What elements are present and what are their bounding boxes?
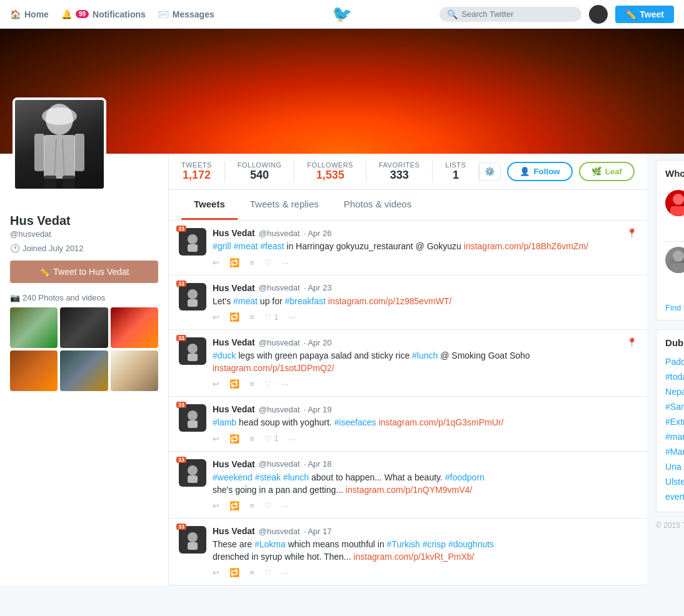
find-friends-link[interactable]: Find friends — [665, 303, 684, 312]
retweet-button[interactable]: 🔁 — [229, 568, 239, 577]
trend-item[interactable]: Paddy Power — [665, 354, 684, 369]
more-options-button[interactable]: ··· — [288, 312, 295, 322]
trend-item[interactable]: #SamsungNightRun — [665, 399, 684, 414]
trend-item[interactable]: #marian — [665, 429, 684, 444]
tweet-date: · Apr 23 — [304, 283, 332, 292]
tweet-hashtag[interactable]: #doughnuts — [448, 539, 494, 549]
tweet-hashtag[interactable]: #crisp — [423, 539, 446, 549]
leaf-button[interactable]: 🌿 Leaf — [579, 162, 635, 181]
tweet-link[interactable]: instagram.com/p/1qG3smPmUr/ — [378, 417, 503, 427]
retweet-button[interactable]: 🔁 — [229, 312, 239, 322]
tweet-avatar[interactable]: 33 — [179, 283, 206, 310]
like-button[interactable]: ♡ — [264, 258, 272, 267]
like-button[interactable]: ♡ 1 — [264, 434, 279, 444]
like-button[interactable]: ♡ — [264, 379, 272, 389]
photo-thumb[interactable] — [10, 307, 58, 348]
more-button[interactable]: ≡ — [249, 501, 254, 510]
tweet-avatar[interactable]: 33 — [179, 459, 206, 487]
tweet-link[interactable]: instagram.com/p/1z985evmWT/ — [328, 296, 452, 306]
photo-thumb[interactable] — [60, 307, 108, 348]
reply-button[interactable]: ↩ — [213, 568, 219, 577]
nav-home[interactable]: 🏠 Home — [10, 9, 49, 19]
settings-button[interactable]: ⚙️ — [479, 162, 501, 181]
nav-messages[interactable]: ✉️ Messages — [158, 9, 214, 19]
trend-item[interactable]: Una Mullally — [665, 459, 684, 474]
reply-button[interactable]: ↩ — [213, 258, 219, 267]
trend-item[interactable]: Nepal — [665, 384, 684, 399]
tweet-hashtag[interactable]: #meat — [233, 241, 258, 251]
tweet-hashtag[interactable]: #feast — [260, 241, 284, 251]
tweet-hashtag[interactable]: #lunch — [412, 350, 438, 360]
tweet-hashtag[interactable]: #Turkish — [387, 539, 420, 549]
tweet-avatar[interactable]: 33 — [179, 404, 206, 432]
nav-notifications[interactable]: 🔔 99 Notifications — [61, 9, 146, 19]
trend-item[interactable]: #MarRef — [665, 444, 684, 459]
tweet-link[interactable]: instagram.com/p/18BhZ6vmZm/ — [464, 241, 588, 251]
tweet-hashtag[interactable]: #meat — [233, 296, 258, 306]
photo-thumb[interactable] — [60, 350, 108, 391]
more-button[interactable]: ≡ — [249, 434, 254, 444]
reply-button[interactable]: ↩ — [213, 434, 219, 444]
more-button[interactable]: ≡ — [249, 312, 254, 322]
more-options-button[interactable]: ··· — [282, 568, 289, 577]
tweet-button[interactable]: ✏️ Tweet — [615, 6, 674, 23]
tweet-avatar[interactable]: 33 — [179, 337, 206, 365]
suggestion-avatar[interactable] — [665, 190, 684, 216]
tweet-hashtag[interactable]: #breakfast — [285, 296, 326, 306]
reply-button[interactable]: ↩ — [213, 501, 219, 510]
photo-thumb[interactable] — [10, 350, 58, 391]
tweet-avatar[interactable]: 33 — [179, 526, 206, 554]
tab-photos-videos[interactable]: Photos & videos — [331, 190, 424, 220]
more-button[interactable]: ≡ — [249, 568, 254, 577]
more-options-button[interactable]: ··· — [282, 379, 289, 389]
tweet-hashtag[interactable]: #duck — [213, 350, 236, 360]
more-button[interactable]: ≡ — [249, 258, 254, 267]
stat-tweets[interactable]: TWEETS 1,172 — [181, 161, 225, 182]
tweet-hashtag[interactable]: #Lokma — [254, 539, 286, 549]
more-options-button[interactable]: ··· — [282, 258, 289, 267]
tweet-link[interactable]: instagram.com/p/1kvRt_PmXb/ — [353, 552, 474, 562]
tweet-actions: ↩ 🔁 ≡ ♡ ··· — [213, 258, 637, 267]
like-button[interactable]: ♡ 1 — [264, 312, 279, 322]
stat-followers[interactable]: FOLLOWERS 1,535 — [294, 161, 366, 182]
more-options-button[interactable]: ··· — [288, 434, 295, 444]
tweet-to-button[interactable]: ✏️ Tweet to Hus Vedat — [10, 261, 158, 283]
photo-thumb[interactable] — [111, 307, 158, 348]
retweet-button[interactable]: 🔁 — [229, 501, 239, 510]
tweet-hashtag[interactable]: #lamb — [213, 417, 236, 427]
tweet-avatar[interactable]: 33 — [179, 228, 206, 256]
tweet-link[interactable]: instagram.com/p/1sotJDPmQ2/ — [213, 363, 334, 373]
trend-item[interactable]: #todaysor — [665, 369, 684, 384]
suggestion-avatar[interactable] — [665, 247, 684, 273]
like-button[interactable]: ♡ — [264, 501, 272, 510]
search-input[interactable] — [461, 9, 574, 19]
tweet-link[interactable]: instagram.com/p/1nQYM9vmV4/ — [346, 485, 472, 495]
more-options-button[interactable]: ··· — [282, 501, 289, 510]
follow-button[interactable]: 👤 Follow — [507, 162, 572, 181]
reply-button[interactable]: ↩ — [213, 312, 219, 322]
camera-icon: 📷 — [10, 293, 20, 302]
photo-thumb[interactable] — [111, 350, 158, 391]
user-avatar[interactable] — [589, 5, 608, 24]
tweet-hashtag[interactable]: #weekend — [213, 472, 253, 482]
stat-favorites[interactable]: FAVORITES 333 — [366, 161, 433, 182]
tweet-hashtag[interactable]: #foodporn — [445, 472, 485, 482]
tab-tweets[interactable]: Tweets — [181, 190, 238, 220]
retweet-button[interactable]: 🔁 — [229, 434, 239, 444]
tab-tweets-replies[interactable]: Tweets & replies — [238, 190, 331, 220]
tweet-hashtag[interactable]: #grill — [213, 241, 231, 251]
trend-item[interactable]: everton — [665, 489, 684, 504]
reply-button[interactable]: ↩ — [213, 379, 219, 389]
tweet-hashtag[interactable]: #iseefaces — [334, 417, 376, 427]
trend-item[interactable]: Ulster Bank — [665, 474, 684, 489]
tweet-hashtag[interactable]: #steak — [255, 472, 281, 482]
tweet-actions: ↩ 🔁 ≡ ♡ 1 ··· — [213, 312, 637, 322]
stat-following[interactable]: FOLLOWING 540 — [225, 161, 295, 182]
trend-item[interactable]: #ExtremeRules — [665, 414, 684, 429]
retweet-button[interactable]: 🔁 — [229, 379, 239, 389]
like-button[interactable]: ♡ — [264, 568, 272, 577]
more-button[interactable]: ≡ — [249, 379, 254, 389]
retweet-button[interactable]: 🔁 — [229, 258, 239, 267]
tweet-hashtag[interactable]: #lunch — [283, 472, 309, 482]
stat-lists[interactable]: LISTS 1 — [433, 161, 479, 182]
